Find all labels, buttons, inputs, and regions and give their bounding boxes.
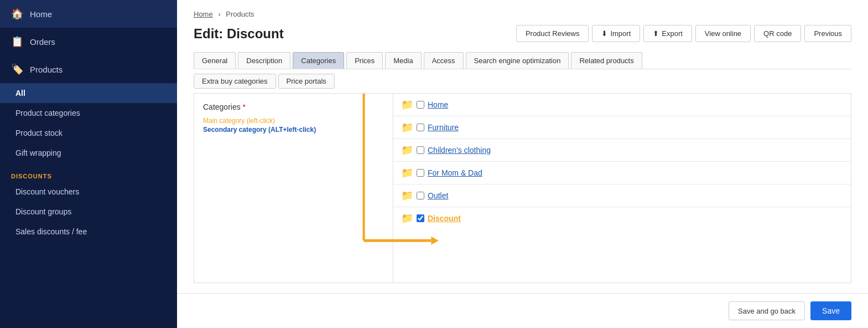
sidebar-sub-item-discount-groups[interactable]: Discount groups (0, 202, 177, 222)
page-title: Edit: Discount (194, 26, 284, 42)
previous-button[interactable]: Previous (804, 25, 851, 42)
category-link-discount[interactable]: Discount (428, 214, 461, 223)
category-link-furniture[interactable]: Furniture (428, 123, 459, 132)
breadcrumb-current: Products (226, 10, 254, 18)
folder-icon: 📁 (401, 189, 413, 202)
sidebar-sub-item-gift-wrapping[interactable]: Gift wrapping (0, 143, 177, 163)
category-link-childrens-clothing[interactable]: Children's clothing (428, 146, 491, 155)
category-checkbox-outlet[interactable] (417, 192, 424, 199)
category-checkbox-discount[interactable] (417, 214, 424, 222)
sub-tab-price-portals[interactable]: Price portals (278, 74, 335, 89)
tab-general[interactable]: General (194, 52, 236, 69)
category-checkbox-furniture[interactable] (417, 124, 424, 131)
folder-icon: 📁 (401, 121, 413, 134)
main-inner: Home › Products Edit: Discount Product R… (177, 0, 868, 293)
sidebar-item-orders[interactable]: 📋 Orders (0, 28, 177, 55)
folder-icon: 📁 (401, 144, 413, 156)
tab-media[interactable]: Media (385, 52, 421, 69)
import-icon: ⬇ (601, 29, 607, 38)
category-link-for-mom-dad[interactable]: For Mom & Dad (428, 168, 482, 177)
header-actions: Product Reviews ⬇ Import ⬆ Export View o… (516, 25, 851, 42)
category-item-furniture[interactable]: 📁Furniture (393, 116, 851, 139)
page-header: Edit: Discount Product Reviews ⬇ Import … (194, 25, 851, 42)
category-checkbox-childrens-clothing[interactable] (417, 146, 424, 154)
products-icon: 🏷️ (11, 63, 23, 75)
main-category-hint: Main category (left-click) (203, 117, 384, 125)
category-checkbox-home[interactable] (417, 101, 424, 109)
folder-icon: 📁 (401, 99, 413, 111)
tabs-bar: General Description Categories Prices Me… (194, 52, 851, 69)
product-reviews-button[interactable]: Product Reviews (516, 25, 589, 42)
page-footer: Save and go back Save (177, 293, 868, 328)
save-and-go-back-button[interactable]: Save and go back (729, 301, 805, 320)
folder-icon: 📁 (401, 167, 413, 179)
sidebar: 🏠 Home 📋 Orders 🏷️ Products All Product … (0, 0, 177, 328)
sidebar-sub-item-product-stock[interactable]: Product stock (0, 123, 177, 143)
categories-label: Categories * (203, 102, 384, 111)
category-link-outlet[interactable]: Outlet (428, 191, 448, 200)
tab-description[interactable]: Description (238, 52, 290, 69)
home-icon: 🏠 (11, 8, 23, 20)
sidebar-sub-item-sales-discounts[interactable]: Sales discounts / fee (0, 222, 177, 242)
sidebar-item-products[interactable]: 🏷️ Products (0, 55, 177, 83)
sub-tab-extra-buy[interactable]: Extra buy categories (194, 74, 276, 89)
secondary-category-hint: Secondary category (ALT+left-click) (203, 126, 384, 134)
category-checkbox-for-mom-dad[interactable] (417, 169, 424, 177)
tab-categories[interactable]: Categories (293, 52, 344, 69)
sidebar-sub-item-discount-vouchers[interactable]: Discount vouchers (0, 182, 177, 202)
folder-icon: 📁 (401, 212, 413, 224)
view-online-button[interactable]: View online (695, 25, 751, 42)
import-button[interactable]: ⬇ Import (592, 25, 640, 42)
tab-seo[interactable]: Search engine optimization (466, 52, 569, 69)
tab-prices[interactable]: Prices (346, 52, 383, 69)
sidebar-section-discounts: DISCOUNTS (0, 163, 177, 182)
categories-panel: Categories * Main category (left-click) … (194, 93, 851, 283)
categories-left: Categories * Main category (left-click) … (194, 94, 393, 283)
tab-access[interactable]: Access (424, 52, 464, 69)
categories-right: 📁Home📁Furniture📁Children's clothing📁For … (393, 94, 851, 283)
qr-code-button[interactable]: QR code (754, 25, 801, 42)
category-item-outlet[interactable]: 📁Outlet (393, 184, 851, 207)
required-marker: * (243, 102, 246, 111)
category-item-for-mom-dad[interactable]: 📁For Mom & Dad (393, 162, 851, 184)
breadcrumb-separator: › (218, 10, 220, 18)
breadcrumb: Home › Products (194, 10, 851, 18)
sidebar-item-home[interactable]: 🏠 Home (0, 0, 177, 28)
main-content: Home › Products Edit: Discount Product R… (177, 0, 868, 328)
export-button[interactable]: ⬆ Export (643, 25, 692, 42)
save-button[interactable]: Save (810, 301, 851, 320)
tab-related[interactable]: Related products (571, 52, 642, 69)
sidebar-sub-item-product-categories[interactable]: Product categories (0, 103, 177, 123)
category-link-home[interactable]: Home (428, 100, 448, 109)
sidebar-sub-item-all[interactable]: All (0, 83, 177, 103)
category-item-childrens-clothing[interactable]: 📁Children's clothing (393, 139, 851, 162)
category-item-home[interactable]: 📁Home (393, 94, 851, 116)
category-item-discount[interactable]: 📁Discount (393, 207, 851, 229)
export-icon: ⬆ (653, 29, 659, 38)
orders-icon: 📋 (11, 35, 23, 48)
breadcrumb-home[interactable]: Home (194, 10, 213, 18)
sub-tabs-bar: Extra buy categories Price portals (194, 69, 851, 89)
